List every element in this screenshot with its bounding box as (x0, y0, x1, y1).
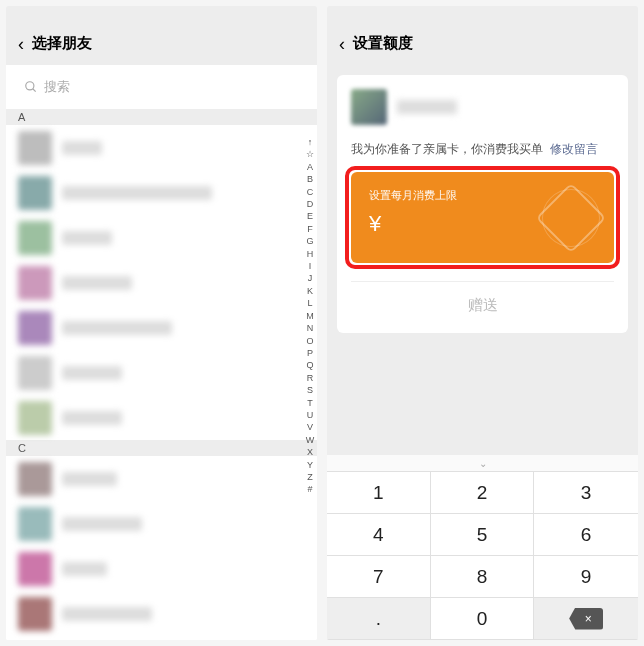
page-title: 选择朋友 (32, 34, 92, 53)
key-7[interactable]: 7 (327, 556, 431, 598)
key-4[interactable]: 4 (327, 514, 431, 556)
avatar (18, 507, 52, 541)
status-bar (6, 6, 317, 24)
key-0[interactable]: 0 (431, 598, 535, 640)
alpha-index-item[interactable]: H (307, 248, 314, 260)
contact-row[interactable] (6, 456, 317, 501)
alpha-index-item[interactable]: Z (307, 471, 313, 483)
contact-row[interactable] (6, 215, 317, 260)
alpha-index-item[interactable]: P (307, 347, 313, 359)
contact-name (62, 321, 172, 335)
avatar (18, 597, 52, 631)
edit-message-link[interactable]: 修改留言 (550, 142, 598, 156)
avatar (18, 552, 52, 586)
key-6[interactable]: 6 (534, 514, 638, 556)
contact-name (62, 411, 122, 425)
contact-name (62, 366, 122, 380)
contact-row[interactable] (6, 305, 317, 350)
alpha-index-item[interactable]: Y (307, 459, 313, 471)
search-icon (24, 80, 38, 94)
limit-card: 我为你准备了亲属卡，你消费我买单 修改留言 设置每月消费上限 ¥ 赠送 (337, 75, 628, 333)
contact-name (62, 472, 117, 486)
key-backspace[interactable] (534, 598, 638, 640)
alpha-index-item[interactable]: T (307, 397, 313, 409)
contact-name (62, 186, 212, 200)
alpha-index-item[interactable]: E (307, 210, 313, 222)
message-text: 我为你准备了亲属卡，你消费我买单 修改留言 (351, 141, 614, 158)
contact-name (62, 276, 132, 290)
key-dot[interactable]: . (327, 598, 431, 640)
alpha-index-item[interactable]: G (306, 235, 313, 247)
avatar (351, 89, 387, 125)
alpha-index-item[interactable]: R (307, 372, 314, 384)
svg-point-0 (26, 82, 34, 90)
numeric-keypad: ⌄ 123456789.0 (327, 455, 638, 640)
alpha-index-item[interactable]: W (306, 434, 315, 446)
contact-row[interactable] (6, 260, 317, 305)
status-bar (327, 6, 638, 24)
right-phone: ‹ 设置额度 我为你准备了亲属卡，你消费我买单 修改留言 设置每月消费上限 ¥ (327, 6, 638, 640)
alpha-index-item[interactable]: K (307, 285, 313, 297)
avatar (18, 311, 52, 345)
alpha-index-item[interactable]: S (307, 384, 313, 396)
contact-row[interactable] (6, 350, 317, 395)
contact-row[interactable] (6, 546, 317, 591)
avatar (18, 131, 52, 165)
alpha-index-item[interactable]: Q (306, 359, 313, 371)
key-3[interactable]: 3 (534, 472, 638, 514)
alpha-index-item[interactable]: B (307, 173, 313, 185)
alpha-index-item[interactable]: ↑ (308, 136, 313, 148)
alpha-index-item[interactable]: D (307, 198, 314, 210)
alpha-index-item[interactable]: # (307, 483, 312, 495)
section-header: A (6, 109, 317, 125)
alpha-index-item[interactable]: V (307, 421, 313, 433)
section-header: C (6, 440, 317, 456)
avatar (18, 401, 52, 435)
alpha-index[interactable]: ↑☆ABCDEFGHIJKLMNOPQRSTUVWXYZ# (304, 136, 316, 496)
header: ‹ 选择朋友 (6, 24, 317, 65)
header: ‹ 设置额度 (327, 24, 638, 65)
avatar (18, 266, 52, 300)
contact-row[interactable] (6, 170, 317, 215)
alpha-index-item[interactable]: C (307, 186, 314, 198)
contact-row[interactable] (6, 395, 317, 440)
contacts-list: AC (6, 109, 317, 640)
alpha-index-item[interactable]: O (306, 335, 313, 347)
alpha-index-item[interactable]: F (307, 223, 313, 235)
avatar (18, 356, 52, 390)
limit-input-box[interactable]: 设置每月消费上限 ¥ (351, 172, 614, 263)
alpha-index-item[interactable]: ☆ (306, 148, 314, 160)
contact-row[interactable] (6, 125, 317, 170)
gift-button[interactable]: 赠送 (351, 281, 614, 319)
page-title: 设置额度 (353, 34, 413, 53)
alpha-index-item[interactable]: N (307, 322, 314, 334)
alpha-index-item[interactable]: A (307, 161, 313, 173)
alpha-index-item[interactable]: M (306, 310, 314, 322)
search-input[interactable]: 搜索 (14, 71, 309, 103)
back-icon[interactable]: ‹ (18, 35, 24, 53)
avatar (18, 462, 52, 496)
alpha-index-item[interactable]: J (308, 272, 313, 284)
key-8[interactable]: 8 (431, 556, 535, 598)
key-5[interactable]: 5 (431, 514, 535, 556)
alpha-index-item[interactable]: I (309, 260, 312, 272)
key-9[interactable]: 9 (534, 556, 638, 598)
contact-row[interactable] (6, 501, 317, 546)
key-2[interactable]: 2 (431, 472, 535, 514)
key-1[interactable]: 1 (327, 472, 431, 514)
svg-line-1 (33, 89, 36, 92)
alpha-index-item[interactable]: L (307, 297, 312, 309)
contact-name (62, 517, 142, 531)
back-icon[interactable]: ‹ (339, 35, 345, 53)
avatar (18, 221, 52, 255)
alpha-index-item[interactable]: U (307, 409, 314, 421)
contact-name (62, 562, 107, 576)
recipient-row (351, 89, 614, 125)
contact-name (62, 231, 112, 245)
contact-row[interactable] (6, 591, 317, 636)
contact-name (62, 607, 152, 621)
left-phone: ‹ 选择朋友 搜索 AC ↑☆ABCDEFGHIJKLMNOPQRSTUVWXY… (6, 6, 317, 640)
alpha-index-item[interactable]: X (307, 446, 313, 458)
avatar (18, 176, 52, 210)
keypad-handle-icon[interactable]: ⌄ (327, 455, 638, 471)
